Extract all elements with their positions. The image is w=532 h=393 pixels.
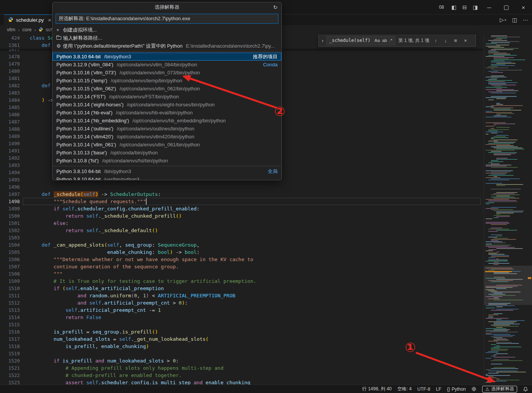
line-number[interactable]: 1481 — [0, 75, 20, 82]
cursor-position[interactable]: 行 1498, 列 40 — [362, 386, 391, 392]
code-line[interactable]: 1511 and random.uniform(0, 1) < ARTIFICI… — [0, 292, 484, 299]
line-number[interactable]: 1508 — [0, 270, 20, 278]
line-number[interactable]: 1520 — [0, 357, 20, 364]
code-line[interactable]: 1518 is_prefill, enable_chunking) — [0, 343, 484, 350]
toggle-panel-icon[interactable]: ⊟ — [459, 4, 470, 10]
find-in-selection-icon[interactable]: ≡ — [452, 38, 459, 43]
interpreter-option[interactable]: Python 3.10.15 ('temp')/opt/conda/envs/t… — [53, 77, 281, 85]
select-interpreter-status[interactable]: ⚠ 选择解释器 — [482, 386, 517, 393]
interpreter-option[interactable]: Python 3.8.10 64-bit/usr/bin/python3 — [53, 175, 281, 180]
find-input[interactable] — [328, 37, 373, 43]
line-number[interactable]: 1478 — [0, 53, 20, 60]
line-number[interactable]: 1510 — [0, 285, 20, 292]
line-number[interactable]: 1484 — [0, 96, 20, 104]
interpreter-option[interactable]: ⚙使用 \"python.defaultInterpreterPath\" 设置… — [53, 42, 281, 50]
notifications-bell-icon[interactable] — [523, 387, 528, 392]
line-number[interactable]: 1518 — [0, 343, 20, 350]
code-line[interactable]: 1515 — [0, 321, 484, 328]
line-number[interactable]: 1504 — [0, 241, 20, 249]
line-number[interactable]: 1519 — [0, 350, 20, 357]
code-line[interactable]: 1514 return False — [0, 314, 484, 321]
language-mode[interactable]: {} Python — [447, 387, 466, 392]
interpreter-option[interactable]: Python 3.10.14 ('FST')/opt/conda/envs/FS… — [53, 93, 281, 101]
line-number[interactable]: 1495 — [0, 176, 20, 183]
line-number[interactable]: 1489 — [0, 133, 20, 140]
line-number[interactable]: 1483 — [0, 89, 20, 96]
interpreter-option[interactable]: Python 3.10.14 ('vllm420')/opt/conda/env… — [53, 133, 281, 141]
line-number[interactable]: 1493 — [0, 162, 20, 169]
more-actions-icon[interactable]: ⋯ — [523, 17, 528, 23]
tab-close-icon[interactable]: × — [48, 17, 51, 23]
minimize-button[interactable]: ─ — [481, 0, 498, 14]
line-number[interactable]: 1501 — [0, 220, 20, 227]
line-number[interactable]: 1491 — [0, 147, 20, 154]
regex-icon[interactable]: .* — [388, 38, 393, 43]
line-number[interactable]: 1482 — [0, 82, 20, 89]
code-line[interactable]: 1499 if self.scheduler_config.chunked_pr… — [0, 205, 484, 212]
line-number[interactable]: 1496 — [0, 183, 20, 191]
line-number[interactable]: 1516 — [0, 328, 20, 335]
line-number[interactable]: 424 — [0, 34, 20, 42]
code-line[interactable]: 1516 is_prefill = seq_group.is_prefill() — [0, 328, 484, 335]
line-number[interactable]: 1523 — [0, 379, 20, 385]
line-number[interactable]: 1488 — [0, 125, 20, 133]
line-number[interactable]: 1500 — [0, 212, 20, 220]
line-number[interactable]: 1503 — [0, 234, 20, 241]
restore-button[interactable]: ▢ — [498, 0, 515, 14]
interpreter-option[interactable]: Python 3.10.14 ('vllm_061')/opt/conda/en… — [53, 141, 281, 149]
toggle-sidebar-icon[interactable]: ◧ — [449, 4, 459, 10]
interpreter-option[interactable]: Python 3.10.14 ('outlines')/opt/conda/en… — [53, 125, 281, 133]
globe-icon[interactable] — [471, 387, 476, 391]
run-python-file-button[interactable]: ▷ ∨ — [500, 17, 506, 23]
line-number[interactable]: 1506 — [0, 256, 20, 263]
code-line[interactable]: 1503 — [0, 234, 484, 241]
interpreter-option[interactable]: Python 3.10.16 ('vllm_073')/opt/conda/en… — [53, 69, 281, 77]
next-match-icon[interactable]: ↓ — [442, 38, 449, 43]
code-line[interactable]: 1502 return self._schedule_default() — [0, 227, 484, 234]
interpreter-option[interactable]: Python 3.10.8 ('fst')/opt/conda/envs/fst… — [53, 157, 281, 165]
code-line[interactable]: 1505 enable_chunking: bool) -> bool: — [0, 249, 484, 256]
code-line[interactable]: 1498 """Schedule queued requests.""" — [0, 198, 484, 205]
code-line[interactable]: 1519 — [0, 350, 484, 357]
line-number[interactable]: 1499 — [0, 205, 20, 212]
code-line[interactable]: 1497 def _schedule(self) -> SchedulerOut… — [0, 191, 484, 198]
toggle-replace-icon[interactable]: › — [322, 38, 323, 43]
line-number[interactable]: 1492 — [0, 154, 20, 162]
code-line[interactable]: 1523 assert self.scheduler_config.is_mul… — [0, 379, 484, 385]
line-number[interactable]: 1479 — [0, 60, 20, 67]
code-line[interactable]: 1522 # chunked-prefill are enabled toget… — [0, 372, 484, 379]
breadcrumb-folder[interactable]: core — [22, 27, 32, 32]
toggle-secondary-sidebar-icon[interactable]: ◨ — [470, 4, 481, 10]
code-line[interactable]: 1504 def _can_append_slots(self, seq_gro… — [0, 241, 484, 249]
tab-scheduler-py[interactable]: scheduler.py × — [4, 14, 56, 25]
line-number[interactable]: 1486 — [0, 111, 20, 118]
line-number[interactable]: 1490 — [0, 140, 20, 147]
line-number[interactable]: 1513 — [0, 306, 20, 314]
interpreter-option[interactable]: Python 3.10.13 ('base')/opt/conda/bin/py… — [53, 149, 281, 157]
interpreter-option[interactable]: Python 3.10.14 ('eight-horses')/opt/cond… — [53, 101, 281, 109]
code-line[interactable]: 1520 if is_prefill and num_lookahead_slo… — [0, 357, 484, 364]
interpreter-option[interactable]: Python 3.10.14 ('hb_embedding')/opt/cond… — [53, 117, 281, 125]
line-number[interactable]: 1507 — [0, 263, 20, 270]
code-line[interactable]: 1507 continue generation of the sequence… — [0, 263, 484, 270]
line-number[interactable]: 1485 — [0, 104, 20, 111]
interpreter-search-input[interactable] — [56, 14, 278, 24]
interpreter-option[interactable]: Python 3.8.10 64-bit/bin/python3推荐的项目 — [53, 53, 281, 61]
line-number[interactable]: 1509 — [0, 278, 20, 285]
interpreter-option[interactable]: Python 3.10.15 ('vllm_062')/opt/conda/en… — [53, 85, 281, 93]
line-number[interactable]: 1494 — [0, 169, 20, 176]
line-number[interactable]: 1517 — [0, 335, 20, 343]
code-line[interactable]: 1501 else: — [0, 220, 484, 227]
encoding-status[interactable]: UTF-8 — [417, 387, 430, 392]
line-number[interactable]: 1361 — [0, 42, 20, 49]
line-number[interactable]: 1511 — [0, 292, 20, 299]
minimap[interactable] — [484, 34, 532, 385]
line-number[interactable]: 1521 — [0, 364, 20, 372]
code-line[interactable]: 1496 — [0, 183, 484, 191]
code-line[interactable]: 1517 num_lookahead_slots = self._get_num… — [0, 335, 484, 343]
interpreter-option[interactable]: Python 3.8.10 64-bit/bin/python3全局 — [53, 167, 281, 175]
code-line[interactable]: 1506 """Determine whether or not we have… — [0, 256, 484, 263]
code-line[interactable]: 1521 # Appending prefill slots only happ… — [0, 364, 484, 372]
interpreter-option[interactable]: 输入解释器路径... — [53, 34, 281, 42]
interpreter-option[interactable]: +创建虚拟环境... — [53, 26, 281, 34]
